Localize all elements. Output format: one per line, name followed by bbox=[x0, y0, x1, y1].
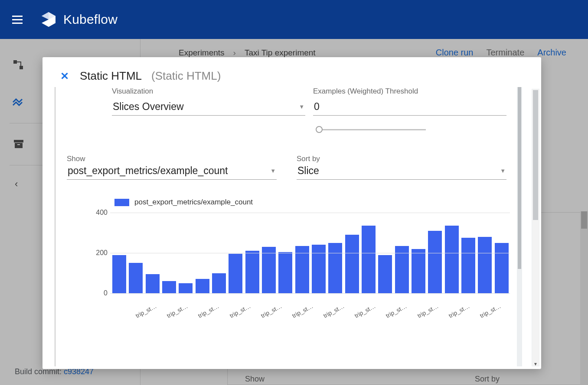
bar[interactable] bbox=[278, 252, 292, 293]
x-tick: trip_st… bbox=[448, 303, 471, 320]
static-html-modal: ✕ Static HTML (Static HTML) Visualizatio… bbox=[42, 57, 541, 369]
dropdown-icon: ▼ bbox=[270, 168, 276, 174]
x-tick: trip_st… bbox=[353, 303, 377, 320]
bar[interactable] bbox=[112, 255, 126, 293]
slider-knob[interactable] bbox=[316, 126, 323, 133]
bar[interactable] bbox=[146, 274, 160, 293]
bar[interactable] bbox=[262, 247, 276, 293]
app-bar: Kubeflow bbox=[0, 0, 588, 39]
bar[interactable] bbox=[428, 231, 442, 293]
x-tick: trip_st… bbox=[291, 303, 314, 320]
x-tick: trip_st… bbox=[229, 303, 252, 320]
bar[interactable] bbox=[245, 251, 259, 293]
bar[interactable] bbox=[461, 238, 475, 293]
menu-icon[interactable] bbox=[8, 10, 27, 29]
bar[interactable] bbox=[412, 249, 425, 293]
bar-chart: post_export_metrics/example_count trip_s… bbox=[67, 198, 510, 363]
app-logo[interactable]: Kubeflow bbox=[40, 11, 118, 28]
close-icon[interactable]: ✕ bbox=[59, 70, 70, 82]
bar[interactable] bbox=[162, 281, 176, 293]
iframe-scrollbar[interactable] bbox=[517, 87, 522, 366]
threshold-slider[interactable] bbox=[313, 124, 426, 135]
viz-iframe: Visualization Slices Overview ▼ Examples… bbox=[55, 87, 522, 366]
show-select-value: post_export_metrics/example_count bbox=[68, 165, 228, 177]
bar[interactable] bbox=[378, 255, 392, 293]
bar[interactable] bbox=[229, 254, 242, 293]
x-tick: trip_st… bbox=[322, 303, 346, 320]
dropdown-icon: ▼ bbox=[299, 104, 304, 110]
app-title: Kubeflow bbox=[63, 12, 118, 27]
sort-select-value: Slice bbox=[297, 165, 319, 177]
y-tick: 200 bbox=[91, 249, 108, 257]
bar[interactable] bbox=[212, 273, 226, 294]
x-tick: trip_st… bbox=[479, 303, 502, 320]
x-tick: trip_st… bbox=[197, 303, 220, 320]
chart-legend: post_export_metrics/example_count bbox=[114, 198, 510, 207]
bar[interactable] bbox=[312, 245, 326, 293]
y-tick: 400 bbox=[91, 209, 108, 217]
modal-title: Static HTML bbox=[80, 69, 142, 83]
bar[interactable] bbox=[478, 237, 492, 293]
bar[interactable] bbox=[495, 243, 509, 293]
legend-swatch bbox=[114, 199, 129, 206]
chart-xticks: trip_st…trip_st…trip_st…trip_st…trip_st…… bbox=[134, 313, 510, 320]
dropdown-icon: ▼ bbox=[500, 168, 506, 174]
bar[interactable] bbox=[129, 263, 143, 293]
sort-select-label: Sort by bbox=[297, 155, 320, 163]
bar[interactable] bbox=[196, 279, 209, 293]
show-select[interactable]: post_export_metrics/example_count ▼ bbox=[67, 163, 277, 180]
sort-select[interactable]: Slice ▼ bbox=[297, 163, 506, 180]
x-tick: trip_st… bbox=[134, 303, 158, 320]
x-tick bbox=[501, 309, 512, 320]
bar[interactable] bbox=[362, 226, 376, 293]
viz-select[interactable]: Slices Overview ▼ bbox=[112, 99, 305, 116]
modal-scrollbar[interactable]: ▲ ▼ bbox=[532, 89, 539, 366]
threshold-input[interactable] bbox=[313, 99, 506, 116]
x-tick: trip_st… bbox=[385, 303, 408, 320]
viz-select-value: Slices Overview bbox=[113, 101, 184, 113]
x-tick: trip_st… bbox=[260, 303, 283, 320]
scrollbar-thumb[interactable] bbox=[533, 90, 538, 220]
viz-select-label: Visualization bbox=[112, 87, 305, 96]
show-select-label: Show bbox=[67, 155, 85, 163]
bar[interactable] bbox=[445, 226, 459, 293]
x-tick: trip_st… bbox=[416, 303, 440, 320]
bar[interactable] bbox=[328, 243, 342, 293]
legend-label: post_export_metrics/example_count bbox=[134, 198, 253, 207]
x-tick: trip_st… bbox=[166, 303, 189, 320]
kubeflow-logo-icon bbox=[40, 11, 57, 28]
bar[interactable] bbox=[345, 235, 359, 293]
scrollbar-thumb[interactable] bbox=[518, 87, 521, 269]
modal-subtitle: (Static HTML) bbox=[151, 69, 221, 83]
scroll-down-icon[interactable]: ▼ bbox=[532, 362, 539, 366]
bar[interactable] bbox=[179, 283, 193, 293]
threshold-label: Examples (Weighted) Threshold bbox=[313, 87, 506, 96]
y-tick: 0 bbox=[91, 289, 108, 297]
